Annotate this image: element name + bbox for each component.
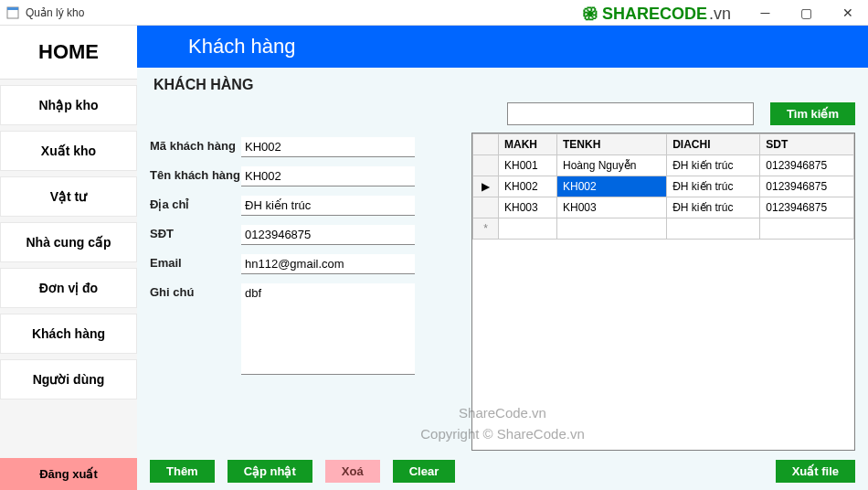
window-titlebar: Quản lý kho ─ ▢ ✕ bbox=[0, 0, 868, 26]
sidebar-item-don-vi-do[interactable]: Đơn vị đo bbox=[0, 268, 137, 308]
grid-corner bbox=[473, 134, 499, 155]
cell[interactable] bbox=[760, 218, 854, 240]
cell[interactable]: KH003 bbox=[499, 197, 557, 218]
table-row[interactable]: KH003 KH003 ĐH kiến trúc 0123946875 bbox=[473, 197, 854, 218]
cell[interactable] bbox=[499, 218, 557, 240]
sidebar-item-nha-cung-cap[interactable]: Nhà cung cấp bbox=[0, 222, 137, 262]
cell[interactable]: ĐH kiến trúc bbox=[667, 155, 760, 176]
label-ma-khach-hang: Mã khách hàng bbox=[150, 137, 241, 153]
cell[interactable]: 0123946875 bbox=[760, 176, 854, 197]
cell[interactable]: 0123946875 bbox=[760, 197, 854, 218]
brand-swirl-icon: ֎ bbox=[581, 4, 600, 25]
action-bar: Thêm Cập nhật Xoá Clear Xuất file bbox=[137, 456, 868, 490]
col-makh[interactable]: MAKH bbox=[499, 134, 557, 155]
input-sdt[interactable] bbox=[241, 225, 415, 245]
clear-button[interactable]: Clear bbox=[393, 460, 456, 483]
input-ma-khach-hang[interactable] bbox=[241, 137, 415, 157]
svg-rect-1 bbox=[7, 7, 18, 10]
brand-name: SHARECODE bbox=[602, 5, 707, 24]
cell[interactable]: ĐH kiến trúc bbox=[667, 176, 760, 197]
cell[interactable]: KH001 bbox=[499, 155, 557, 176]
form-panel: Mã khách hàng Tên khách hàng Địa chỉ SĐT… bbox=[150, 137, 460, 456]
table-row[interactable]: ▶ KH002 KH002 ĐH kiến trúc 0123946875 bbox=[473, 176, 854, 197]
table-new-row[interactable]: * bbox=[473, 218, 854, 240]
input-dia-chi[interactable] bbox=[241, 196, 415, 216]
export-button[interactable]: Xuất file bbox=[776, 460, 855, 483]
cell[interactable]: ĐH kiến trúc bbox=[667, 197, 760, 218]
brand-tld: .vn bbox=[709, 5, 731, 24]
app-icon bbox=[5, 5, 20, 20]
sidebar: HOME Nhập kho Xuất kho Vật tư Nhà cung c… bbox=[0, 26, 137, 490]
input-email[interactable] bbox=[241, 254, 415, 274]
sidebar-item-nguoi-dung[interactable]: Người dùng bbox=[0, 359, 137, 399]
window-close-button[interactable]: ✕ bbox=[827, 0, 868, 25]
search-input[interactable] bbox=[507, 102, 754, 125]
input-ten-khach-hang[interactable] bbox=[241, 166, 415, 186]
sidebar-item-nhap-kho[interactable]: Nhập kho bbox=[0, 85, 137, 125]
section-title: KHÁCH HÀNG bbox=[137, 73, 868, 97]
update-button[interactable]: Cập nhật bbox=[228, 460, 312, 483]
label-ten-khach-hang: Tên khách hàng bbox=[150, 166, 241, 182]
table-row[interactable]: KH001 Hoàng Nguyễn ĐH kiến trúc 01239468… bbox=[473, 155, 854, 176]
input-ghi-chu[interactable] bbox=[241, 283, 415, 375]
main-panel: Khách hàng KHÁCH HÀNG Mã khách hàng Tên … bbox=[137, 26, 868, 490]
cell[interactable]: 0123946875 bbox=[760, 155, 854, 176]
add-button[interactable]: Thêm bbox=[150, 460, 215, 483]
window-maximize-button[interactable]: ▢ bbox=[786, 0, 827, 25]
col-tenkh[interactable]: TENKH bbox=[556, 134, 666, 155]
sidebar-item-khach-hang[interactable]: Khách hàng bbox=[0, 314, 137, 354]
cell[interactable]: Hoàng Nguyễn bbox=[556, 155, 666, 176]
brand-logo: ֎ SHARECODE.vn bbox=[581, 4, 731, 25]
row-header bbox=[473, 155, 499, 176]
data-grid[interactable]: MAKH TENKH DIACHI SDT KH001 Hoàng Nguyễn bbox=[471, 133, 855, 451]
search-button[interactable]: Tìm kiếm bbox=[770, 102, 855, 125]
row-header-current: ▶ bbox=[473, 176, 499, 197]
cell[interactable] bbox=[667, 218, 760, 240]
delete-button[interactable]: Xoá bbox=[325, 460, 380, 483]
cell-selected[interactable]: KH002 bbox=[556, 176, 666, 197]
sidebar-home[interactable]: HOME bbox=[0, 26, 137, 80]
col-sdt[interactable]: SDT bbox=[760, 134, 854, 155]
sidebar-item-vat-tu[interactable]: Vật tư bbox=[0, 176, 137, 217]
label-ghi-chu: Ghi chú bbox=[150, 283, 241, 299]
row-header-new: * bbox=[473, 218, 499, 240]
window-minimize-button[interactable]: ─ bbox=[745, 0, 786, 25]
page-header: Khách hàng bbox=[137, 26, 868, 68]
label-email: Email bbox=[150, 254, 241, 270]
label-dia-chi: Địa chỉ bbox=[150, 196, 241, 211]
cell[interactable] bbox=[556, 218, 666, 240]
row-header bbox=[473, 197, 499, 218]
label-sdt: SĐT bbox=[150, 225, 241, 240]
logout-button[interactable]: Đăng xuất bbox=[0, 458, 137, 490]
cell[interactable]: KH002 bbox=[499, 176, 557, 197]
col-diachi[interactable]: DIACHI bbox=[667, 134, 760, 155]
sidebar-item-xuat-kho[interactable]: Xuất kho bbox=[0, 131, 137, 171]
grid-panel: Tìm kiếm MAKH TENKH DIACHI SDT bbox=[471, 102, 855, 456]
cell[interactable]: KH003 bbox=[556, 197, 666, 218]
